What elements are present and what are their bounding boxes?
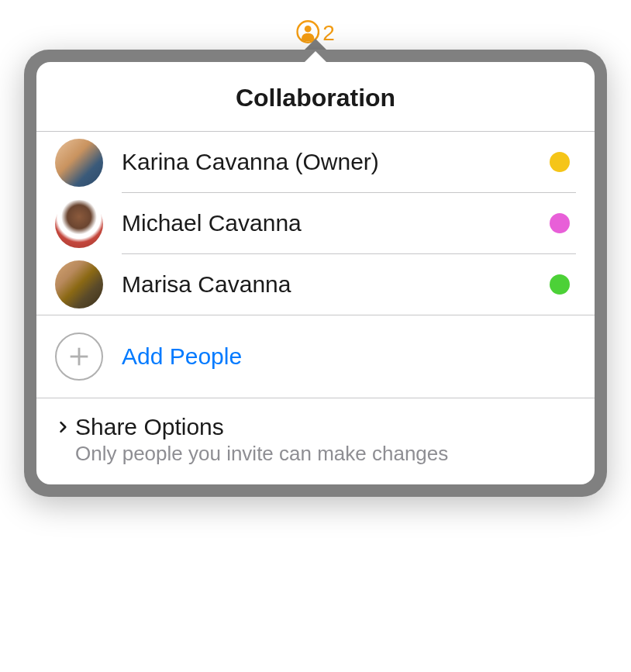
avatar [55,200,103,248]
share-options-subtitle: Only people you invite can make changes [75,442,576,466]
avatar [55,260,103,308]
popover-arrow-inner [303,51,328,64]
add-people-label: Add People [122,343,242,370]
plus-icon [55,333,103,381]
participant-name: Karina Cavanna (Owner) [122,149,379,175]
participant-row-owner[interactable]: Karina Cavanna (Owner) [55,132,576,193]
status-dot [550,213,570,233]
status-dot [550,152,570,172]
avatar [55,139,103,187]
participant-row[interactable]: Michael Cavanna [55,193,576,254]
status-dot [550,274,570,295]
popover-title: Collaboration [36,62,595,132]
add-people-button[interactable]: Add People [36,315,595,398]
share-options-button[interactable]: Share Options Only people you invite can… [36,398,595,484]
participant-row[interactable]: Marisa Cavanna [55,254,576,315]
participant-name: Marisa Cavanna [122,271,291,298]
participant-name: Michael Cavanna [122,210,302,236]
popover-frame: Collaboration Karina Cavanna (Owner) Mic… [24,50,607,497]
chevron-right-icon [55,419,71,435]
share-options-title: Share Options [75,414,224,440]
participants-list: Karina Cavanna (Owner) Michael Cavanna M… [36,132,595,315]
collaboration-popover: Collaboration Karina Cavanna (Owner) Mic… [36,62,595,484]
svg-point-1 [305,26,312,33]
